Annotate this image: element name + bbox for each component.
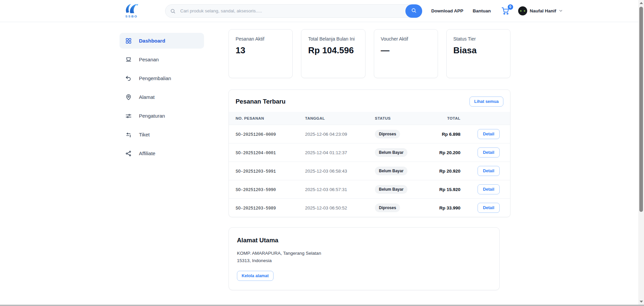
table-row: SO-20251203-59902025-12-03 06:57:31Belum…: [229, 180, 510, 199]
orders-table-body: SO-20251206-00092025-12-06 04:23:09Dipro…: [229, 125, 510, 217]
sidebar-item-pesanan[interactable]: Pesanan: [119, 52, 204, 67]
stat-card-total-belanja: Total Belanja Bulan Ini Rp 104.596: [301, 29, 365, 78]
table-row: SO-20251203-59912025-12-03 06:58:43Belum…: [229, 162, 510, 180]
sidebar-item-dashboard[interactable]: Dashboard: [119, 33, 204, 49]
avatar: [518, 6, 527, 15]
order-number: SO-20251203-5990: [236, 188, 276, 192]
cart-badge: 0: [508, 4, 513, 10]
stat-label: Pesanan Aktif: [236, 36, 286, 42]
stat-value: Rp 104.596: [308, 46, 358, 56]
stat-value: —: [381, 46, 431, 56]
search-form: [165, 4, 422, 18]
page-layout: Dashboard Pesanan Pengembalian: [119, 22, 513, 290]
user-menu[interactable]: Naufal Hanif: [518, 6, 563, 15]
status-badge: Diproses: [375, 130, 400, 138]
stat-card-status-tier: Status Tier Biasa: [446, 29, 510, 78]
status-badge: Belum Bayar: [375, 185, 407, 194]
stat-label: Total Belanja Bulan Ini: [308, 36, 358, 42]
sidebar-item-pengembalian[interactable]: Pengembalian: [119, 70, 204, 86]
scrollbar-up-arrow-icon[interactable]: [640, 2, 643, 4]
order-number: SO-20251204-0001: [236, 151, 276, 156]
search-input[interactable]: [165, 4, 422, 18]
return-arrow-icon: [125, 75, 132, 82]
cart-button[interactable]: 0: [501, 7, 510, 15]
ticket-list-icon: [125, 131, 132, 138]
column-header-tanggal: TANGGAL: [298, 112, 368, 125]
dashboard-grid-icon: [125, 38, 132, 44]
order-date: 2025-12-04 01:12:37: [305, 150, 347, 155]
sidebar-item-label: Pesanan: [139, 57, 159, 62]
detail-button[interactable]: Detail: [478, 184, 500, 194]
stat-card-voucher-aktif: Voucher Aktif —: [374, 29, 438, 78]
address-line-2: 15313, Indonesia: [237, 257, 491, 264]
order-number: SO-20251203-5991: [236, 169, 276, 174]
manage-address-button[interactable]: Kelola alamat: [237, 271, 274, 281]
orders-bag-icon: [125, 56, 132, 63]
sidebar-item-label: Alamat: [139, 94, 155, 100]
chevron-down-icon: [559, 8, 563, 14]
order-number: SO-20251203-5989: [236, 206, 276, 211]
address-line-1: KOMP. AMARAPURA, Tangerang Selatan: [237, 250, 491, 257]
sidebar-item-tiket[interactable]: Tiket: [119, 127, 204, 142]
order-total: Rp 6.898: [442, 132, 460, 137]
sidebar-item-alamat[interactable]: Alamat: [119, 89, 204, 105]
sidebar-item-label: Affiliate: [139, 150, 155, 156]
detail-button[interactable]: Detail: [478, 203, 500, 213]
sidebar-item-pengaturan[interactable]: Pengaturan: [119, 108, 204, 124]
column-header-action: [460, 112, 510, 125]
recent-orders-card: Pesanan Terbaru Lihat semua NO. PESANAN …: [229, 89, 510, 217]
window-bottom-edge: [0, 305, 644, 306]
store-logo[interactable]: SSBO: [119, 4, 144, 18]
stat-label: Status Tier: [453, 36, 503, 42]
dashboard-main: Pesanan Aktif 13 Total Belanja Bulan Ini…: [229, 29, 510, 290]
sidebar-item-label: Dashboard: [139, 38, 165, 44]
detail-button[interactable]: Detail: [478, 147, 500, 158]
column-header-no-pesanan: NO. PESANAN: [229, 112, 298, 125]
primary-address-card: Alamat Utama KOMP. AMARAPURA, Tangerang …: [229, 227, 500, 290]
stat-value: Biasa: [453, 46, 503, 56]
order-date: 2025-12-03 06:50:52: [305, 205, 347, 210]
sidebar-item-label: Tiket: [139, 132, 150, 137]
view-all-button[interactable]: Lihat semua: [469, 97, 503, 107]
stats-cards: Pesanan Aktif 13 Total Belanja Bulan Ini…: [229, 29, 510, 78]
search-icon: [170, 8, 176, 14]
help-link[interactable]: Bantuan: [473, 8, 491, 13]
cart-icon: [501, 10, 510, 16]
account-sidebar: Dashboard Pesanan Pengembalian: [119, 29, 204, 290]
recent-orders-title: Pesanan Terbaru: [236, 98, 286, 105]
table-row: SO-20251203-59892025-12-03 06:50:52Dipro…: [229, 199, 510, 217]
order-number: SO-20251206-0009: [236, 132, 276, 137]
orders-table-header-row: NO. PESANAN TANGGAL STATUS TOTAL: [229, 112, 510, 125]
search-submit-button[interactable]: [405, 4, 422, 18]
stat-value: 13: [236, 46, 286, 56]
column-header-status: STATUS: [368, 112, 430, 125]
logo-text: SSBO: [126, 14, 138, 18]
orders-table: NO. PESANAN TANGGAL STATUS TOTAL SO-2025…: [229, 112, 510, 217]
top-header: SSBO Download APP Bantuan: [0, 0, 638, 22]
detail-button[interactable]: Detail: [478, 129, 500, 139]
order-total: Rp 15.920: [439, 187, 460, 192]
scrollbar-down-arrow-icon[interactable]: [640, 301, 643, 303]
vertical-scrollbar[interactable]: [638, 0, 644, 305]
order-total: Rp 20.200: [439, 150, 460, 155]
address-title: Alamat Utama: [237, 237, 491, 244]
stat-label: Voucher Aktif: [381, 36, 431, 42]
sidebar-item-label: Pengaturan: [139, 113, 165, 119]
column-header-total: TOTAL: [430, 112, 460, 125]
scrollbar-thumb[interactable]: [639, 7, 643, 212]
order-date: 2025-12-03 06:58:43: [305, 169, 347, 174]
search-button-icon: [411, 8, 416, 14]
download-app-link[interactable]: Download APP: [431, 8, 463, 13]
browser-viewport: SSBO Download APP Bantuan: [0, 0, 638, 305]
logo-icon: [124, 4, 139, 15]
detail-button[interactable]: Detail: [478, 166, 500, 176]
sidebar-item-label: Pengembalian: [139, 75, 171, 81]
status-badge: Belum Bayar: [375, 148, 407, 157]
sidebar-item-affiliate[interactable]: Affiliate: [119, 145, 204, 161]
status-badge: Belum Bayar: [375, 167, 407, 175]
share-nodes-icon: [125, 150, 132, 157]
order-total: Rp 20.920: [439, 169, 460, 174]
order-date: 2025-12-03 06:57:31: [305, 187, 347, 192]
table-row: SO-20251206-00092025-12-06 04:23:09Dipro…: [229, 125, 510, 143]
sliders-icon: [125, 113, 132, 119]
